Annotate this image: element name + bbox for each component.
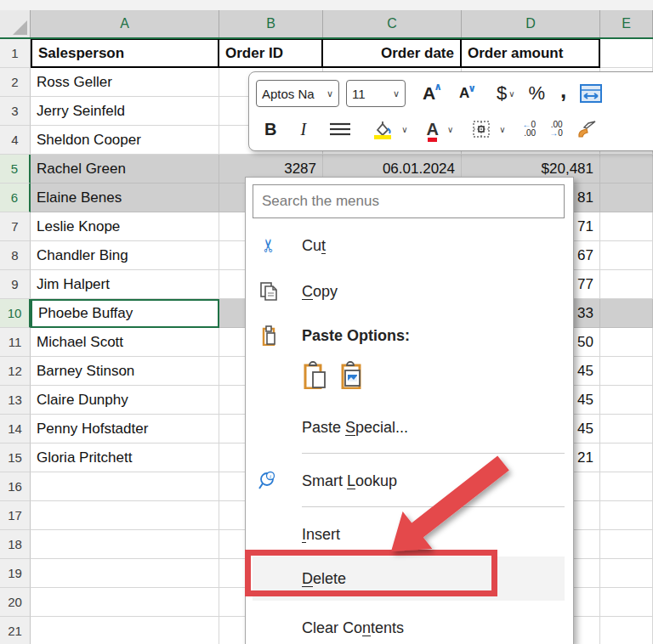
row-header-14[interactable]: 14 bbox=[0, 415, 31, 443]
cell-salesperson[interactable]: Michael Scott bbox=[31, 328, 219, 357]
menu-item-paste-special[interactable]: Paste Special... bbox=[253, 409, 565, 446]
row-header-10[interactable]: 10 bbox=[0, 299, 31, 328]
row-header-18[interactable]: 18 bbox=[0, 530, 31, 559]
cell-salesperson[interactable]: Jim Halpert bbox=[31, 270, 219, 299]
grow-font-button[interactable]: A∧ bbox=[423, 83, 444, 104]
header-cell-order-id[interactable]: Order ID bbox=[219, 39, 323, 68]
cell-e[interactable] bbox=[600, 328, 653, 357]
cell-salesperson[interactable]: Ross Geller bbox=[31, 68, 219, 97]
cell-e[interactable] bbox=[600, 559, 653, 588]
cell-e[interactable] bbox=[600, 270, 653, 299]
fill-color-button[interactable] bbox=[372, 121, 393, 137]
cell-e[interactable] bbox=[600, 617, 653, 644]
row-header-19[interactable]: 19 bbox=[0, 559, 31, 588]
cell-salesperson[interactable] bbox=[31, 472, 219, 501]
paste-keep-source-button[interactable] bbox=[302, 360, 327, 393]
cell-e[interactable] bbox=[600, 184, 653, 212]
increase-decimal-button[interactable]: .00→0 bbox=[549, 121, 563, 138]
format-painter-button[interactable] bbox=[576, 120, 597, 138]
cell-salesperson[interactable]: Barney Stinson bbox=[31, 357, 219, 386]
header-cell-salesperson[interactable]: Salesperson bbox=[31, 39, 219, 68]
font-size-dropdown[interactable]: 11∨ bbox=[346, 80, 406, 107]
select-all-corner[interactable] bbox=[0, 10, 31, 37]
row-header-9[interactable]: 9 bbox=[0, 270, 31, 299]
cell-e[interactable] bbox=[600, 472, 653, 501]
cell-salesperson[interactable] bbox=[31, 559, 219, 588]
comma-style-button[interactable]: , bbox=[560, 89, 566, 98]
row-header-12[interactable]: 12 bbox=[0, 357, 31, 386]
cell-salesperson[interactable]: Gloria Pritchett bbox=[31, 443, 219, 472]
cell-e[interactable] bbox=[600, 415, 653, 443]
row-header-13[interactable]: 13 bbox=[0, 386, 31, 415]
row-header-6[interactable]: 6 bbox=[0, 184, 31, 212]
row-header-11[interactable]: 11 bbox=[0, 328, 31, 357]
accounting-format-button[interactable]: $∨ bbox=[497, 82, 517, 105]
row-header-20[interactable]: 20 bbox=[0, 588, 31, 617]
align-button[interactable] bbox=[330, 121, 350, 137]
row-header-7[interactable]: 7 bbox=[0, 212, 31, 241]
row-header-4[interactable]: 4 bbox=[0, 126, 31, 155]
menu-item-clear-contents[interactable]: Clear Contents bbox=[253, 609, 565, 644]
borders-button[interactable] bbox=[472, 120, 491, 138]
search-input[interactable] bbox=[253, 184, 565, 218]
paste-picture-button[interactable] bbox=[339, 360, 365, 393]
cell-salesperson[interactable]: Phoebe Buffay bbox=[31, 299, 219, 328]
row-header-17[interactable]: 17 bbox=[0, 501, 31, 530]
menu-item-smart-lookup[interactable]: iSmart Lookup bbox=[253, 462, 565, 500]
header-cell-order-amount[interactable]: Order amount bbox=[462, 39, 600, 68]
cell-salesperson[interactable]: Claire Dunphy bbox=[31, 386, 219, 415]
font-color-button[interactable]: A bbox=[426, 120, 438, 139]
column-header-d[interactable]: D bbox=[462, 10, 600, 37]
menu-item-copy[interactable]: Copy bbox=[253, 273, 565, 310]
row-header-16[interactable]: 16 bbox=[0, 472, 31, 501]
cell-e[interactable] bbox=[600, 386, 653, 415]
menu-item-insert[interactable]: Insert bbox=[253, 516, 565, 553]
cell-salesperson[interactable]: Penny Hofstadter bbox=[31, 415, 219, 443]
row-header-5[interactable]: 5 bbox=[0, 155, 31, 184]
column-header-e[interactable]: E bbox=[600, 10, 653, 37]
column-header-b[interactable]: B bbox=[219, 10, 323, 37]
cell-e[interactable] bbox=[600, 357, 653, 386]
cell-salesperson[interactable]: Leslie Knope bbox=[31, 212, 219, 241]
autofit-width-button[interactable] bbox=[580, 84, 602, 103]
cell-salesperson[interactable] bbox=[31, 501, 219, 530]
cell-e[interactable] bbox=[600, 155, 653, 184]
row-header-15[interactable]: 15 bbox=[0, 443, 31, 472]
menu-separator bbox=[302, 453, 565, 454]
cell-salesperson[interactable]: Chandler Bing bbox=[31, 241, 219, 270]
cell-e[interactable] bbox=[600, 501, 653, 530]
decrease-decimal-button[interactable]: ←0.00 bbox=[523, 121, 537, 138]
percent-style-button[interactable]: % bbox=[529, 82, 546, 105]
cell-e[interactable] bbox=[600, 530, 653, 559]
borders-menu-button[interactable]: ∨ bbox=[497, 125, 507, 134]
bold-button[interactable]: B bbox=[264, 120, 276, 139]
cell-salesperson[interactable] bbox=[31, 588, 219, 617]
font-color-menu-button[interactable]: ∨ bbox=[446, 125, 455, 134]
menu-item-label: Paste Special... bbox=[302, 419, 408, 437]
menu-item-cut[interactable]: ✂Cut bbox=[253, 227, 565, 264]
row-header-2[interactable]: 2 bbox=[0, 68, 31, 97]
column-header-c[interactable]: C bbox=[323, 10, 462, 37]
header-cell-order-date[interactable]: Order date bbox=[323, 39, 462, 68]
cell-e[interactable] bbox=[600, 588, 653, 617]
column-header-a[interactable]: A bbox=[31, 10, 219, 37]
cell-e[interactable] bbox=[600, 241, 653, 270]
cell-salesperson[interactable]: Jerry Seinfeld bbox=[31, 97, 219, 126]
cell-salesperson[interactable]: Elaine Benes bbox=[31, 184, 219, 212]
font-name-dropdown[interactable]: Aptos Na∨ bbox=[256, 80, 339, 107]
fill-color-menu-button[interactable]: ∨ bbox=[400, 125, 409, 134]
cell-salesperson[interactable] bbox=[31, 617, 219, 644]
row-header-8[interactable]: 8 bbox=[0, 241, 31, 270]
cell-salesperson[interactable]: Sheldon Cooper bbox=[31, 126, 219, 155]
row-header-21[interactable]: 21 bbox=[0, 617, 31, 644]
row-header-3[interactable]: 3 bbox=[0, 97, 31, 126]
italic-button[interactable]: I bbox=[300, 120, 306, 139]
shrink-font-button[interactable]: A∨ bbox=[459, 85, 478, 102]
cell-e[interactable] bbox=[600, 299, 653, 328]
cell-e1[interactable] bbox=[600, 39, 653, 68]
cell-salesperson[interactable]: Rachel Green bbox=[31, 155, 219, 184]
cell-e[interactable] bbox=[600, 443, 653, 472]
cell-salesperson[interactable] bbox=[31, 530, 219, 559]
cell-e[interactable] bbox=[600, 212, 653, 241]
row-header-1[interactable]: 1 bbox=[0, 39, 31, 68]
